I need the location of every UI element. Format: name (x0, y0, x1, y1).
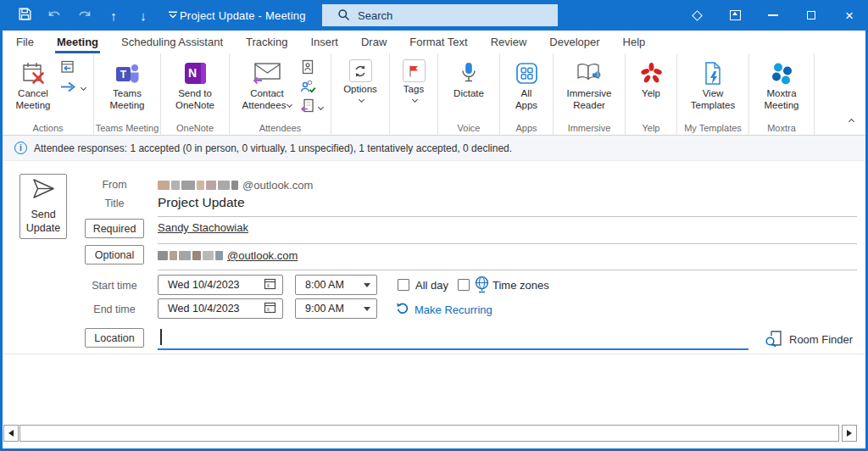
template-page-icon (703, 58, 723, 87)
tab-review[interactable]: Review (491, 31, 527, 53)
optional-attendee[interactable]: @outlook.com (158, 248, 298, 263)
tab-help[interactable]: Help (623, 31, 646, 53)
ribbon-group-actions: Cancel Meeting Actions (3, 53, 94, 135)
close-button[interactable]: × (843, 8, 856, 22)
dictate-button[interactable]: Dictate (446, 58, 492, 101)
start-date-picker[interactable]: Wed 10/4/2023 (158, 275, 283, 295)
redo-icon (77, 8, 92, 24)
send-icon (31, 178, 56, 204)
required-button[interactable]: Required (85, 219, 144, 238)
tab-format-text[interactable]: Format Text (409, 31, 467, 53)
ribbon: Cancel Meeting Actions (3, 53, 865, 136)
scroll-left-button[interactable] (3, 425, 19, 442)
cancel-meeting-button[interactable]: Cancel Meeting (10, 58, 56, 112)
divider (158, 216, 857, 217)
start-time-value: 8:00 AM (305, 279, 344, 291)
optional-domain: @outlook.com (227, 249, 298, 262)
coming-soon-button[interactable] (690, 8, 704, 22)
chevron-down-icon (81, 85, 86, 91)
immersive-reader-icon (576, 58, 603, 87)
start-time-picker[interactable]: 8:00 AM (295, 275, 377, 295)
options-button[interactable]: Options (339, 58, 381, 102)
tab-scheduling-assistant[interactable]: Scheduling Assistant (121, 31, 223, 53)
tab-insert[interactable]: Insert (310, 31, 338, 53)
room-finder-button[interactable]: Room Finder (765, 329, 853, 350)
copy-to-calendar-button[interactable] (59, 60, 86, 76)
onenote-icon: N (185, 63, 206, 84)
undo-button[interactable] (47, 8, 62, 23)
required-attendee[interactable]: Sandy Stachowiak (158, 221, 248, 234)
make-recurring-button[interactable]: Make Recurring (395, 301, 492, 318)
ribbon-group-yelp: Yelp Yelp (626, 53, 677, 135)
check-names-button[interactable] (300, 80, 323, 96)
chevron-up-icon (849, 119, 854, 125)
collapse-ribbon-button[interactable] (848, 114, 854, 129)
attendee-responses-bar: i Attendee responses: 1 accepted (0 in p… (3, 136, 865, 161)
address-book-icon (300, 59, 314, 78)
end-time-value: 9:00 AM (305, 303, 344, 315)
location-input[interactable] (158, 326, 748, 348)
globe-icon (474, 276, 490, 297)
cancel-meeting-icon (20, 58, 46, 87)
forward-button[interactable] (59, 80, 86, 96)
chevron-down-icon (411, 97, 417, 103)
time-zones-label: Time zones (492, 279, 549, 292)
start-date-value: Wed 10/4/2023 (168, 279, 240, 291)
text-cursor (160, 329, 162, 345)
all-apps-button[interactable]: All Apps (508, 58, 545, 112)
view-templates-button[interactable]: View Templates (685, 58, 741, 112)
search-input[interactable]: Search (322, 4, 558, 26)
divider (158, 243, 857, 244)
attendee-responses-text: Attendee responses: 1 accepted (0 in per… (34, 142, 512, 154)
teams-meeting-button[interactable]: T Teams Meeting (102, 58, 153, 112)
minimize-icon (768, 14, 778, 16)
microphone-icon (459, 58, 478, 87)
ribbon-group-my-templates: View Templates My Templates (677, 53, 749, 135)
tab-draw[interactable]: Draw (361, 31, 387, 53)
dropdown-arrow-icon (364, 283, 370, 287)
message-body[interactable] (3, 354, 865, 420)
yelp-button[interactable]: Yelp (633, 58, 669, 101)
save-button[interactable] (17, 8, 32, 23)
optional-button[interactable]: Optional (85, 245, 144, 264)
undo-icon (47, 8, 62, 24)
maximize-button[interactable] (804, 8, 818, 22)
time-zones-checkbox[interactable] (458, 279, 470, 291)
options-icon (349, 59, 372, 82)
customize-quick-access-button[interactable] (165, 8, 181, 23)
tags-button[interactable]: Tags (398, 58, 430, 102)
tab-developer[interactable]: Developer (549, 31, 599, 53)
send-update-button[interactable]: Send Update (19, 174, 67, 239)
down-arrow-icon: ↓ (140, 9, 147, 22)
yelp-icon (640, 58, 663, 87)
immersive-reader-button[interactable]: Immersive Reader (561, 58, 617, 112)
contact-attendees-icon (251, 58, 283, 87)
recurrence-icon (395, 301, 409, 318)
tab-file[interactable]: File (16, 31, 34, 53)
all-day-checkbox[interactable] (398, 279, 409, 291)
minimize-button[interactable] (766, 8, 780, 22)
scrollbar-track[interactable] (19, 425, 839, 442)
end-date-picker[interactable]: Wed 10/4/2023 (158, 298, 283, 319)
previous-item-button[interactable]: ↑ (106, 8, 121, 23)
forward-arrow-icon (59, 81, 77, 96)
end-date-value: Wed 10/4/2023 (168, 303, 240, 315)
title-input[interactable]: Project Update (158, 195, 245, 210)
moxtra-meeting-button[interactable]: Moxtra Meeting (757, 58, 806, 112)
redo-button[interactable] (76, 8, 92, 23)
location-button[interactable]: Location (85, 328, 144, 348)
scroll-right-button[interactable] (842, 425, 857, 442)
next-item-button[interactable]: ↓ (136, 8, 151, 23)
address-book-button[interactable] (300, 60, 323, 76)
end-time-picker[interactable]: 9:00 AM (295, 298, 377, 319)
ribbon-display-options-button[interactable] (728, 8, 742, 22)
ribbon-group-apps: All Apps Apps (500, 53, 554, 135)
calendar-arrow-icon (59, 58, 75, 78)
all-day-label: All day (415, 279, 448, 292)
response-options-button[interactable] (300, 99, 323, 115)
ribbon-group-teams-meeting: T Teams Meeting Teams Meeting (94, 53, 161, 135)
tab-meeting[interactable]: Meeting (57, 31, 98, 53)
contact-attendees-button[interactable]: Contact Attendees (237, 58, 297, 112)
send-to-onenote-button[interactable]: N Send to OneNote (169, 58, 221, 112)
tab-tracking[interactable]: Tracking (246, 31, 287, 53)
